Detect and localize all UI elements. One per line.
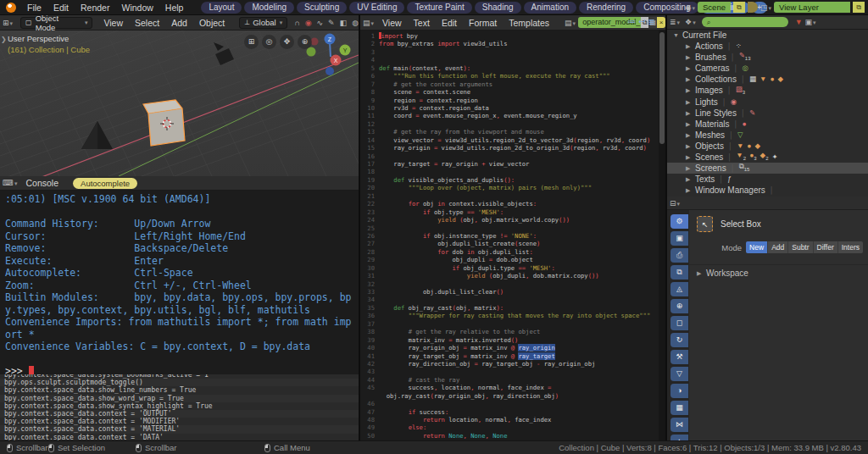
- properties-tab-scene[interactable]: ◬: [670, 282, 688, 296]
- code-line[interactable]: 32: [360, 280, 659, 288]
- editor-type-outliner-icon[interactable]: ≣▾: [667, 18, 682, 26]
- menu-select[interactable]: Select: [129, 18, 165, 28]
- workspace-tab-uv-editing[interactable]: UV Editing: [349, 2, 404, 14]
- mode-segment-differ[interactable]: Differ: [814, 241, 838, 253]
- camera-object[interactable]: [214, 42, 234, 65]
- code-line[interactable]: 4: [360, 56, 659, 64]
- view-layer-dropdown-icon[interactable]: ◳▾: [760, 3, 771, 12]
- filter-funnel-icon[interactable]: ▼: [795, 18, 803, 26]
- camera-view-icon[interactable]: ⊞: [244, 35, 259, 49]
- display-mode-icon[interactable]: ❖▾: [682, 18, 698, 26]
- overlays-icon[interactable]: ◧: [340, 19, 348, 27]
- code-line[interactable]: 2from bpy_extras import view3d_utils: [360, 40, 659, 47]
- workspace-tab-shading[interactable]: Shading: [475, 2, 521, 14]
- code-line[interactable]: 15 ray_origin = view3d_utils.region_2d_t…: [360, 144, 659, 152]
- properties-tab-world[interactable]: ⊕: [670, 299, 688, 313]
- outliner-item-screens[interactable]: ▶Screens│⧉15: [667, 163, 868, 174]
- outliner-item-images[interactable]: ▶Images│▨3: [667, 85, 868, 96]
- editor-scrollbar-thumb[interactable]: [659, 32, 665, 144]
- outliner-search-input[interactable]: ⌕: [702, 17, 788, 27]
- cone-object[interactable]: [81, 121, 113, 149]
- workspace-tab-sculpting[interactable]: Sculpting: [297, 2, 347, 14]
- outliner-item-materials[interactable]: ▶Materials│●: [667, 119, 868, 130]
- code-line[interactable]: 39 matrix_inv = matrix.inverted(): [360, 336, 659, 344]
- menu-edit[interactable]: Edit: [47, 3, 75, 13]
- menu-object[interactable]: Object: [193, 18, 231, 28]
- workspace-panel-header[interactable]: ▶ Workspace: [689, 264, 868, 278]
- outliner-item-line-styles[interactable]: ▶Line Styles│✎: [667, 108, 868, 119]
- code-line[interactable]: 33 obj.dupli_list_clear(): [360, 288, 659, 296]
- code-line[interactable]: 8 scene = context.scene: [360, 88, 659, 96]
- outliner-item-lights[interactable]: ▶Lights│◉: [667, 97, 868, 108]
- code-line[interactable]: 19 def visible_objects_and_duplis():: [360, 176, 659, 184]
- workspace-tab-modeling[interactable]: Modeling: [244, 2, 294, 14]
- properties-tab-object-data[interactable]: ▽: [670, 367, 688, 381]
- select-box-tool-icon[interactable]: ↖: [697, 216, 713, 232]
- code-line[interactable]: 20 """Loop over (object, matrix) pairs (…: [360, 184, 659, 191]
- menu-render[interactable]: Render: [75, 3, 115, 13]
- code-line[interactable]: 16: [360, 152, 659, 160]
- code-line[interactable]: 45 success, location, normal, face_index…: [360, 384, 659, 391]
- toolbar-expand-arrow[interactable]: ❯: [1, 36, 7, 43]
- menu-file[interactable]: File: [21, 3, 47, 13]
- editor-type-console-icon[interactable]: ⌨▾: [0, 179, 20, 187]
- navigation-gizmo[interactable]: Z Y X: [307, 34, 351, 76]
- code-line[interactable]: 46: [360, 400, 659, 407]
- code-line[interactable]: 40 ray_origin_obj = matrix_inv @ ray_ori…: [360, 344, 659, 352]
- properties-tab-output[interactable]: ⎙: [670, 248, 688, 263]
- properties-tab-material[interactable]: ◑: [670, 384, 688, 398]
- code-area[interactable]: 1import bpy2from bpy_extras import view3…: [360, 30, 659, 440]
- falloff-curve-icon[interactable]: ∿: [317, 19, 324, 27]
- code-line[interactable]: 47 if success:: [360, 408, 659, 416]
- menu-add[interactable]: Add: [165, 18, 193, 28]
- info-line[interactable]: bpy.context.space_data.context = 'DATA': [0, 434, 359, 441]
- code-line[interactable]: 49 else:: [360, 424, 659, 431]
- properties-tab-view-layer[interactable]: ⧉: [670, 265, 688, 280]
- code-line[interactable]: 21: [360, 192, 659, 200]
- menu-window[interactable]: Window: [115, 3, 159, 13]
- code-line[interactable]: 3: [360, 48, 659, 56]
- code-line[interactable]: 42 ray_direction_obj = ray_target_obj - …: [360, 360, 659, 368]
- editor-scrollbar[interactable]: [659, 30, 665, 440]
- autocomplete-button[interactable]: Autocomplete: [73, 178, 137, 189]
- line-numbers-icon[interactable]: ≔: [627, 17, 636, 26]
- menu-view[interactable]: View: [97, 18, 129, 28]
- code-line[interactable]: 43: [360, 368, 659, 375]
- info-line[interactable]: bpy.context.space_data.show_word_wrap = …: [0, 395, 359, 402]
- outliner-item-actions[interactable]: ▶Actions│⁘: [667, 41, 868, 52]
- outliner-item-current-file[interactable]: ▼Current File: [667, 30, 868, 41]
- code-line[interactable]: 50 return None, None, None: [360, 432, 659, 440]
- info-line[interactable]: bpy.ops.sculpt.sculptmode_toggle(): [0, 379, 359, 386]
- menu-edit[interactable]: Edit: [436, 18, 463, 28]
- outliner-item-window-managers[interactable]: ▶Window Managers│: [667, 185, 868, 196]
- properties-tab-render[interactable]: ▣: [670, 231, 688, 246]
- viewport-canvas[interactable]: Z Y X ❯ User Perspective (161) Collectio…: [0, 30, 359, 176]
- mode-segment-inters[interactable]: Inters: [838, 241, 863, 253]
- python-console[interactable]: :05:01) [MSC v.1900 64 bit (AMD64)] Comm…: [0, 191, 359, 374]
- editor-type-text-icon[interactable]: ▤▾: [360, 19, 376, 27]
- menu-templates[interactable]: Templates: [503, 18, 555, 28]
- menu-format[interactable]: Format: [463, 18, 503, 28]
- mode-segment-add[interactable]: Add: [768, 241, 788, 253]
- code-line[interactable]: 11 coord = event.mouse_region_x, event.m…: [360, 112, 659, 119]
- info-line[interactable]: bpy.context.space_data.context = 'OUTPUT…: [0, 410, 359, 418]
- code-line[interactable]: 29 obj_dupli = dob.object: [360, 256, 659, 263]
- outliner-item-scenes[interactable]: ▶Scenes│▼2●3◆2✦: [667, 152, 868, 163]
- menu-text[interactable]: Text: [408, 18, 436, 28]
- scene-name-field[interactable]: Scene: [698, 2, 731, 13]
- camera-icon[interactable]: ◎: [262, 35, 276, 49]
- scene-unlink-button[interactable]: [748, 2, 758, 13]
- code-line[interactable]: 37: [360, 320, 659, 328]
- workspace-tab-texture-paint[interactable]: Texture Paint: [407, 2, 471, 14]
- console-menu[interactable]: Console: [20, 178, 65, 188]
- properties-tab-modifiers[interactable]: ⚒: [670, 350, 688, 364]
- code-line[interactable]: 10 rv3d = context.region_data: [360, 104, 659, 112]
- mode-dropdown[interactable]: ▢ Object Mode ▾: [20, 17, 92, 29]
- snap-magnet-icon[interactable]: ∩: [294, 19, 299, 27]
- syntax-highlight-icon[interactable]: ≣: [648, 17, 655, 26]
- outliner-item-brushes[interactable]: ▶Brushes│✎13: [667, 52, 868, 63]
- code-line[interactable]: 12: [360, 120, 659, 128]
- shading-icon[interactable]: ◍: [352, 19, 359, 27]
- code-line[interactable]: 6 """Run this function on left mouse, ex…: [360, 72, 659, 80]
- code-line[interactable]: 30 if obj_dupli.type == 'MESH':: [360, 264, 659, 272]
